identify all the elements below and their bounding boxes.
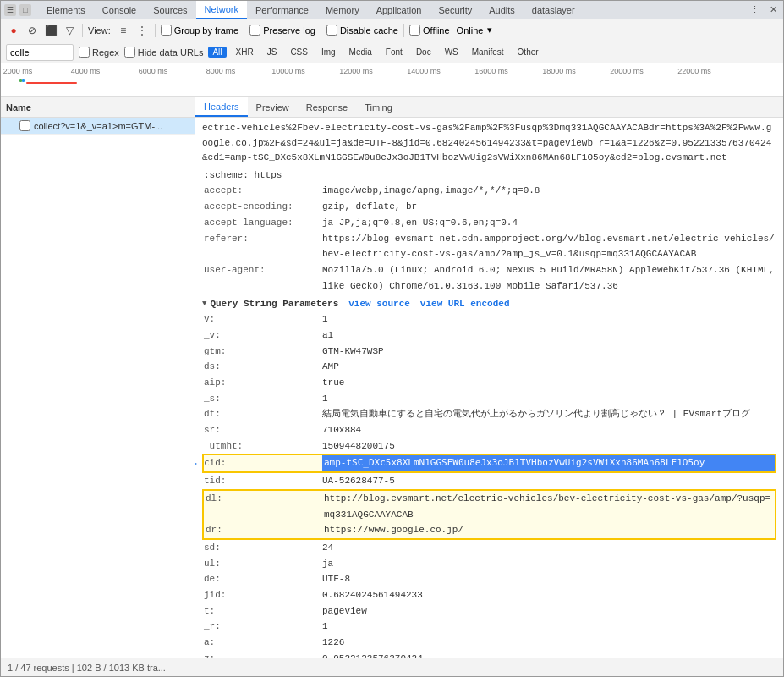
type-font-button[interactable]: Font xyxy=(381,47,407,58)
user-agent-key: user-agent: xyxy=(204,262,322,294)
url-line-1: ectric-vehicles%2Fbev-electricity-cost-v… xyxy=(202,121,776,166)
tab-preview[interactable]: Preview xyxy=(248,97,298,117)
collapse-triangle[interactable]: ▼ xyxy=(202,300,206,308)
param-cid-wrapper: cid: amp-tSC_DXc5x8XLmN1GGSEW0u8eJx3oJB1… xyxy=(202,454,776,473)
blue-arrow-icon xyxy=(195,457,197,471)
name-item-0[interactable]: collect?v=1&_v=a1>m=GTM-... xyxy=(1,118,195,135)
type-media-button[interactable]: Media xyxy=(345,47,376,58)
param-ds-key: ds: xyxy=(204,359,322,375)
referer-key: referer: xyxy=(204,231,322,262)
timeline-mark-8: 18000 ms xyxy=(542,67,576,75)
divider-3 xyxy=(244,24,244,37)
tab-sources[interactable]: Sources xyxy=(145,1,195,19)
param-_r-value: 1 xyxy=(322,619,776,635)
param-_v-key: _v: xyxy=(204,327,322,344)
param-z-key: z: xyxy=(204,651,322,658)
type-all-button[interactable]: All xyxy=(208,47,226,58)
timeline-mark-10: 22000 ms xyxy=(677,67,711,75)
user-agent-row: user-agent: Mozilla/5.0 (Linux; Android … xyxy=(202,262,776,294)
view-list-button[interactable]: ≡ xyxy=(116,23,131,38)
regex-checkbox[interactable] xyxy=(79,47,90,58)
timeline-mark-6: 14000 ms xyxy=(407,67,441,75)
referer-row: referer: https://blog-evsmart-net.cdn.am… xyxy=(202,231,776,262)
param-_s-key: _s: xyxy=(204,391,322,407)
clear-button[interactable]: ⬛ xyxy=(43,23,58,38)
view-url-encoded-link[interactable]: view URL encoded xyxy=(420,299,510,309)
tab-elements[interactable]: Elements xyxy=(38,1,94,19)
type-xhr-button[interactable]: XHR xyxy=(232,47,258,58)
search-input[interactable] xyxy=(6,44,74,61)
name-checkbox-0[interactable] xyxy=(19,120,30,131)
hide-data-urls-checkbox[interactable] xyxy=(124,47,135,58)
timeline-mark-4: 10000 ms xyxy=(271,67,305,75)
group-by-frame-checkbox[interactable] xyxy=(161,25,172,36)
tab-console[interactable]: Console xyxy=(94,1,145,19)
status-text: 1 / 47 requests | 102 B / 1013 KB tra... xyxy=(8,663,166,673)
param-gtm-key: gtm: xyxy=(204,344,322,360)
divider-1 xyxy=(82,24,83,37)
devtools-window: ☰ □ Elements Console Sources Network Per… xyxy=(0,0,784,677)
status-bar: 1 / 47 requests | 102 B / 1013 KB tra... xyxy=(1,658,783,676)
param-utmht-key: _utmht: xyxy=(204,438,322,454)
param-dl-key: dl: xyxy=(206,491,324,522)
param-dr-row: dr: https://www.google.co.jp/ xyxy=(204,522,775,538)
tab-response[interactable]: Response xyxy=(298,97,357,117)
param-ul-value: ja xyxy=(322,556,776,572)
type-ws-button[interactable]: WS xyxy=(441,47,463,58)
param-de-row: de: UTF-8 xyxy=(202,571,776,587)
disable-cache-checkbox[interactable] xyxy=(326,25,337,36)
type-js-button[interactable]: JS xyxy=(263,47,282,58)
param-_r-key: _r: xyxy=(204,619,322,635)
network-toolbar: ● ⊘ ⬛ ▽ View: ≡ ⋮ Group by frame Preserv… xyxy=(1,19,783,41)
param-jid-row: jid: 0.6824024561494233 xyxy=(202,587,776,603)
offline-label: Offline xyxy=(423,25,450,36)
accept-encoding-value: gzip, deflate, br xyxy=(322,199,776,215)
param-sd-key: sd: xyxy=(204,540,322,556)
param-jid-key: jid: xyxy=(204,587,322,603)
tab-memory[interactable]: Memory xyxy=(317,1,368,19)
param-t-key: t: xyxy=(204,603,322,619)
title-bar-icons: ☰ □ xyxy=(4,4,31,16)
title-bar-right: ⋮ ✕ xyxy=(748,3,780,17)
timeline-mark-5: 12000 ms xyxy=(339,67,373,75)
tab-headers[interactable]: Headers xyxy=(195,97,248,117)
divider-5 xyxy=(403,24,404,37)
type-other-button[interactable]: Other xyxy=(513,47,543,58)
type-css-button[interactable]: CSS xyxy=(286,47,312,58)
name-list: collect?v=1&_v=a1>m=GTM-... xyxy=(1,118,195,658)
param-t-value: pageview xyxy=(322,603,776,619)
param-utmht-row: _utmht: 1509448200175 xyxy=(202,438,776,454)
more-options-button[interactable]: ⋮ xyxy=(748,3,761,17)
timeline-ruler: 2000 ms 4000 ms 6000 ms 8000 ms 10000 ms… xyxy=(18,63,783,77)
param-aip-key: aip: xyxy=(204,375,322,391)
tab-performance[interactable]: Performance xyxy=(247,1,317,19)
scheme-value: :scheme: https xyxy=(204,168,776,184)
param-dt-value: 結局電気自動車にすると自宅の電気代が上がるからガソリン代より割高じゃない？ | … xyxy=(322,406,776,422)
offline-checkbox[interactable] xyxy=(409,25,420,36)
tab-timing[interactable]: Timing xyxy=(356,97,401,117)
view-grid-button[interactable]: ⋮ xyxy=(134,23,150,38)
regex-label: Regex xyxy=(92,47,119,58)
preserve-log-checkbox[interactable] xyxy=(249,25,260,36)
close-button[interactable]: ✕ xyxy=(766,3,780,17)
regex-option: Regex xyxy=(79,47,119,58)
hide-data-urls-option: Hide data URLs xyxy=(124,47,204,58)
tab-application[interactable]: Application xyxy=(368,1,430,19)
accept-key: accept: xyxy=(204,183,322,199)
accept-value: image/webp,image/apng,image/*,*/*;q=0.8 xyxy=(322,183,776,199)
online-dropdown-icon[interactable]: ▾ xyxy=(487,25,492,36)
type-img-button[interactable]: Img xyxy=(317,47,340,58)
devtools-icon-2[interactable]: □ xyxy=(19,4,31,16)
stop-button[interactable]: ⊘ xyxy=(25,23,40,38)
type-doc-button[interactable]: Doc xyxy=(412,47,436,58)
tab-network[interactable]: Network xyxy=(196,1,247,19)
type-manifest-button[interactable]: Manifest xyxy=(468,47,508,58)
view-source-link[interactable]: view source xyxy=(348,299,410,309)
tab-security[interactable]: Security xyxy=(430,1,480,19)
devtools-icon-1[interactable]: ☰ xyxy=(4,4,16,16)
tab-bar: Elements Console Sources Network Perform… xyxy=(38,1,748,19)
record-button[interactable]: ● xyxy=(6,23,21,38)
filter-button[interactable]: ▽ xyxy=(62,23,77,38)
tab-audits[interactable]: Audits xyxy=(480,1,524,19)
tab-dataslayer[interactable]: dataslayer xyxy=(524,1,584,19)
